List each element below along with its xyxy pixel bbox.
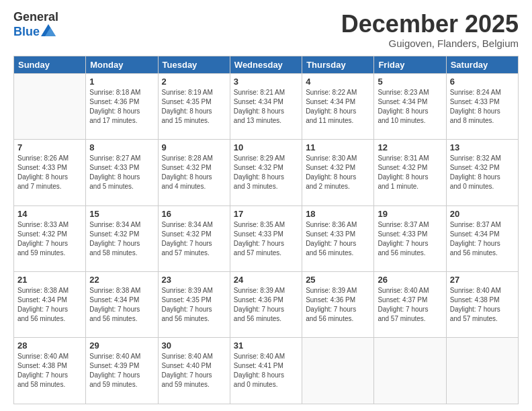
day-info: Sunrise: 8:26 AMSunset: 4:33 PMDaylight:… <box>17 154 82 191</box>
day-info: Sunrise: 8:35 AMSunset: 4:33 PMDaylight:… <box>234 220 298 258</box>
col-tuesday: Tuesday <box>158 56 230 73</box>
calendar-cell <box>302 338 374 404</box>
day-number: 13 <box>450 142 515 152</box>
day-info: Sunrise: 8:40 AMSunset: 4:40 PMDaylight:… <box>162 352 226 390</box>
day-number: 8 <box>89 142 154 152</box>
calendar-cell: 5Sunrise: 8:23 AMSunset: 4:34 PMDaylight… <box>374 73 446 139</box>
calendar-cell <box>14 73 86 139</box>
calendar-cell: 14Sunrise: 8:33 AMSunset: 4:32 PMDayligh… <box>14 205 86 271</box>
day-number: 25 <box>306 275 370 285</box>
calendar-cell <box>446 338 518 404</box>
day-info: Sunrise: 8:36 AMSunset: 4:33 PMDaylight:… <box>306 220 370 258</box>
calendar-cell: 10Sunrise: 8:29 AMSunset: 4:32 PMDayligh… <box>230 140 302 205</box>
day-number: 21 <box>17 275 82 285</box>
day-info: Sunrise: 8:33 AMSunset: 4:32 PMDaylight:… <box>17 220 82 258</box>
calendar-cell: 30Sunrise: 8:40 AMSunset: 4:40 PMDayligh… <box>158 338 230 404</box>
calendar-cell: 7Sunrise: 8:26 AMSunset: 4:33 PMDaylight… <box>14 140 86 205</box>
calendar-cell: 15Sunrise: 8:34 AMSunset: 4:32 PMDayligh… <box>86 205 158 271</box>
calendar-cell: 13Sunrise: 8:32 AMSunset: 4:32 PMDayligh… <box>446 140 518 205</box>
day-number: 15 <box>89 209 154 219</box>
calendar-cell: 29Sunrise: 8:40 AMSunset: 4:39 PMDayligh… <box>86 338 158 404</box>
day-info: Sunrise: 8:18 AMSunset: 4:36 PMDaylight:… <box>89 88 154 126</box>
day-info: Sunrise: 8:37 AMSunset: 4:33 PMDaylight:… <box>378 220 442 258</box>
day-info: Sunrise: 8:40 AMSunset: 4:38 PMDaylight:… <box>450 286 515 324</box>
day-info: Sunrise: 8:22 AMSunset: 4:34 PMDaylight:… <box>306 88 370 126</box>
day-number: 2 <box>162 77 226 87</box>
calendar-week-3: 14Sunrise: 8:33 AMSunset: 4:32 PMDayligh… <box>14 205 519 271</box>
day-info: Sunrise: 8:32 AMSunset: 4:32 PMDaylight:… <box>450 154 515 191</box>
header: General Blue December 2025 Guigoven, F <box>13 11 519 49</box>
calendar-cell: 9Sunrise: 8:28 AMSunset: 4:32 PMDaylight… <box>158 140 230 205</box>
calendar-cell: 17Sunrise: 8:35 AMSunset: 4:33 PMDayligh… <box>230 205 302 271</box>
calendar-cell: 12Sunrise: 8:31 AMSunset: 4:32 PMDayligh… <box>374 140 446 205</box>
page: General Blue December 2025 Guigoven, F <box>0 0 532 411</box>
calendar-cell: 20Sunrise: 8:37 AMSunset: 4:34 PMDayligh… <box>446 205 518 271</box>
day-info: Sunrise: 8:37 AMSunset: 4:34 PMDaylight:… <box>450 220 515 258</box>
day-info: Sunrise: 8:21 AMSunset: 4:34 PMDaylight:… <box>234 88 298 126</box>
calendar-cell: 1Sunrise: 8:18 AMSunset: 4:36 PMDaylight… <box>86 73 158 139</box>
day-number: 31 <box>234 340 298 351</box>
day-number: 22 <box>89 275 154 285</box>
calendar-cell: 4Sunrise: 8:22 AMSunset: 4:34 PMDaylight… <box>302 73 374 139</box>
calendar-week-1: 1Sunrise: 8:18 AMSunset: 4:36 PMDaylight… <box>14 73 519 139</box>
calendar-table: Sunday Monday Tuesday Wednesday Thursday… <box>13 56 519 404</box>
calendar-week-5: 28Sunrise: 8:40 AMSunset: 4:38 PMDayligh… <box>14 338 519 404</box>
calendar-week-2: 7Sunrise: 8:26 AMSunset: 4:33 PMDaylight… <box>14 140 519 205</box>
calendar-cell: 25Sunrise: 8:39 AMSunset: 4:36 PMDayligh… <box>302 272 374 338</box>
day-info: Sunrise: 8:31 AMSunset: 4:32 PMDaylight:… <box>378 154 442 191</box>
calendar-cell: 6Sunrise: 8:24 AMSunset: 4:33 PMDaylight… <box>446 73 518 139</box>
calendar-cell: 2Sunrise: 8:19 AMSunset: 4:35 PMDaylight… <box>158 73 230 139</box>
logo: General Blue <box>13 11 58 40</box>
logo-general: General <box>13 11 58 24</box>
day-number: 20 <box>450 209 515 219</box>
day-number: 4 <box>306 77 370 87</box>
day-number: 12 <box>378 142 442 152</box>
calendar-cell: 28Sunrise: 8:40 AMSunset: 4:38 PMDayligh… <box>14 338 86 404</box>
day-info: Sunrise: 8:34 AMSunset: 4:32 PMDaylight:… <box>162 220 226 258</box>
calendar-cell: 24Sunrise: 8:39 AMSunset: 4:36 PMDayligh… <box>230 272 302 338</box>
day-info: Sunrise: 8:40 AMSunset: 4:38 PMDaylight:… <box>17 352 82 390</box>
day-info: Sunrise: 8:29 AMSunset: 4:32 PMDaylight:… <box>234 154 298 191</box>
day-number: 3 <box>234 77 298 87</box>
day-info: Sunrise: 8:40 AMSunset: 4:37 PMDaylight:… <box>378 286 442 324</box>
month-title: December 2025 <box>341 11 519 38</box>
day-number: 10 <box>234 142 298 152</box>
day-number: 26 <box>378 275 442 285</box>
day-number: 18 <box>306 209 370 219</box>
day-info: Sunrise: 8:30 AMSunset: 4:32 PMDaylight:… <box>306 154 370 191</box>
day-number: 17 <box>234 209 298 219</box>
day-number: 14 <box>17 209 82 219</box>
day-number: 1 <box>89 77 154 87</box>
calendar-cell: 21Sunrise: 8:38 AMSunset: 4:34 PMDayligh… <box>14 272 86 338</box>
day-info: Sunrise: 8:39 AMSunset: 4:35 PMDaylight:… <box>162 286 226 324</box>
calendar-cell: 16Sunrise: 8:34 AMSunset: 4:32 PMDayligh… <box>158 205 230 271</box>
calendar-body: 1Sunrise: 8:18 AMSunset: 4:36 PMDaylight… <box>14 73 519 404</box>
calendar-header: Sunday Monday Tuesday Wednesday Thursday… <box>14 56 519 73</box>
day-number: 30 <box>162 340 226 351</box>
day-info: Sunrise: 8:40 AMSunset: 4:41 PMDaylight:… <box>234 352 298 390</box>
calendar-cell: 31Sunrise: 8:40 AMSunset: 4:41 PMDayligh… <box>230 338 302 404</box>
col-saturday: Saturday <box>446 56 518 73</box>
logo-blue: Blue <box>13 26 40 39</box>
day-number: 5 <box>378 77 442 87</box>
day-number: 27 <box>450 275 515 285</box>
day-info: Sunrise: 8:39 AMSunset: 4:36 PMDaylight:… <box>306 286 370 324</box>
day-info: Sunrise: 8:38 AMSunset: 4:34 PMDaylight:… <box>17 286 82 324</box>
calendar-cell: 27Sunrise: 8:40 AMSunset: 4:38 PMDayligh… <box>446 272 518 338</box>
calendar-cell <box>374 338 446 404</box>
day-number: 9 <box>162 142 226 152</box>
day-number: 6 <box>450 77 515 87</box>
calendar-cell: 23Sunrise: 8:39 AMSunset: 4:35 PMDayligh… <box>158 272 230 338</box>
day-info: Sunrise: 8:40 AMSunset: 4:39 PMDaylight:… <box>89 352 154 390</box>
day-info: Sunrise: 8:19 AMSunset: 4:35 PMDaylight:… <box>162 88 226 126</box>
day-info: Sunrise: 8:24 AMSunset: 4:33 PMDaylight:… <box>450 88 515 126</box>
col-friday: Friday <box>374 56 446 73</box>
day-info: Sunrise: 8:39 AMSunset: 4:36 PMDaylight:… <box>234 286 298 324</box>
col-wednesday: Wednesday <box>230 56 302 73</box>
day-number: 7 <box>17 142 82 152</box>
calendar-cell: 8Sunrise: 8:27 AMSunset: 4:33 PMDaylight… <box>86 140 158 205</box>
calendar-cell: 22Sunrise: 8:38 AMSunset: 4:34 PMDayligh… <box>86 272 158 338</box>
day-info: Sunrise: 8:38 AMSunset: 4:34 PMDaylight:… <box>89 286 154 324</box>
header-row: Sunday Monday Tuesday Wednesday Thursday… <box>14 56 519 73</box>
calendar-week-4: 21Sunrise: 8:38 AMSunset: 4:34 PMDayligh… <box>14 272 519 338</box>
